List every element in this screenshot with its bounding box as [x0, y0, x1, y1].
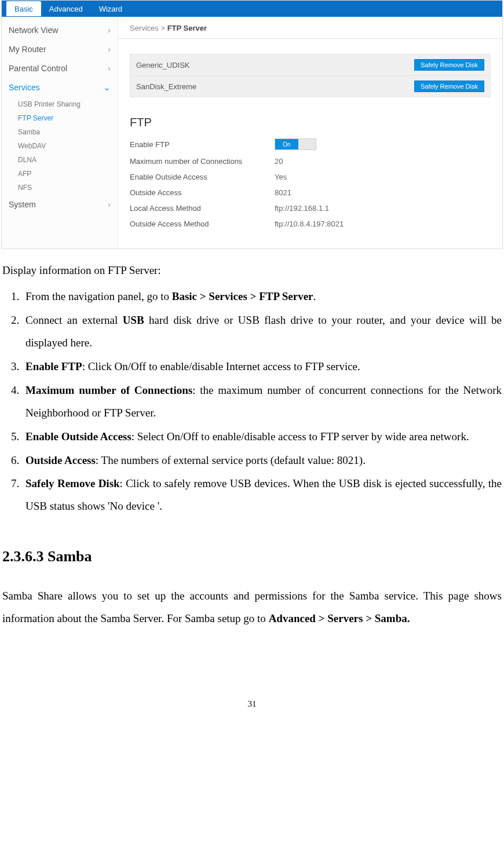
chevron-right-icon: › [108, 44, 111, 54]
subnav-nfs[interactable]: NFS [16, 181, 118, 195]
setting-value: 20 [275, 157, 283, 166]
sidebar-item-label: Services [9, 83, 40, 92]
subnav-samba[interactable]: Samba [16, 125, 118, 139]
safely-remove-disk-button[interactable]: Safely Remove Disk [414, 59, 484, 71]
content-pane: Services > FTP Server Generic_UDISK Safe… [118, 17, 502, 248]
intro-text: Display information on FTP Server: [2, 259, 502, 282]
sidebar-item-parental-control[interactable]: Parental Control› [2, 59, 118, 78]
setting-label: Enable FTP [130, 140, 275, 149]
chevron-right-icon: › [108, 63, 111, 73]
setting-row: Enable FTP On [130, 135, 491, 153]
setting-row: Outside Access8021 [130, 185, 491, 200]
toggle-off-spacer [298, 139, 316, 149]
chevron-right-icon: › [108, 25, 111, 35]
disk-row: Generic_UDISK Safely Remove Disk [130, 54, 490, 76]
page-number: 31 [1, 699, 503, 709]
list-item: Connect an external USB hard disk drive … [22, 309, 502, 354]
sidebar-item-my-router[interactable]: My Router› [2, 39, 118, 59]
sidebar: Network View› My Router› Parental Contro… [2, 17, 118, 248]
list-item: Maximum number of Connections: the maxim… [22, 379, 502, 425]
subnav-usb-printer[interactable]: USB Printer Sharing [16, 97, 118, 111]
disk-name: SanDisk_Extreme [136, 82, 196, 91]
list-item: Safely Remove Disk: Click to safely remo… [22, 473, 502, 518]
subnav-afp[interactable]: AFP [16, 167, 118, 181]
sidebar-item-system[interactable]: System› [2, 195, 118, 214]
top-tabs: Basic Advanced Wizard [2, 1, 502, 17]
list-item: Enable FTP: Click On/Off to enable/disab… [22, 356, 502, 378]
safely-remove-disk-button[interactable]: Safely Remove Disk [414, 81, 484, 92]
toggle-on-label: On [275, 139, 298, 149]
ftp-settings: Enable FTP On Maximum number of Connecti… [118, 135, 502, 232]
setting-label: Local Access Method [130, 204, 275, 213]
sidebar-item-label: Network View [9, 25, 58, 35]
sidebar-subnav: USB Printer Sharing FTP Server Samba Web… [2, 97, 118, 195]
subnav-ftp-server[interactable]: FTP Server [16, 111, 118, 125]
list-item: Enable Outside Access: Select On/Off to … [22, 426, 502, 448]
list-item: Outside Access: The numbers of external … [22, 449, 502, 472]
disk-row: SanDisk_Extreme Safely Remove Disk [130, 76, 490, 97]
setting-value: Yes [275, 173, 287, 181]
setting-row: Maximum number of Connections20 [130, 153, 491, 169]
samba-intro: Samba Share allows you to set up the acc… [2, 585, 502, 630]
setting-label: Outside Access [130, 188, 275, 197]
subnav-webdav[interactable]: WebDAV [16, 139, 118, 153]
breadcrumb: Services > FTP Server [118, 17, 502, 39]
setting-value: 8021 [275, 188, 291, 197]
setting-value: ftp://192.168.1.1 [275, 204, 329, 213]
sidebar-item-label: System [9, 200, 36, 209]
setting-row: Enable Outside AccessYes [130, 169, 491, 185]
setting-row: Local Access Methodftp://192.168.1.1 [130, 200, 491, 216]
sidebar-item-services[interactable]: Services⌄ [2, 78, 118, 97]
setting-row: Outside Access Methodftp://10.8.4.197:80… [130, 216, 491, 232]
subnav-dlna[interactable]: DLNA [16, 153, 118, 167]
setting-label: Maximum number of Connections [130, 157, 275, 166]
breadcrumb-parent: Services > [130, 24, 167, 32]
chevron-right-icon: › [108, 199, 111, 209]
setting-value: ftp://10.8.4.197:8021 [275, 220, 344, 228]
setting-label: Outside Access Method [130, 220, 275, 228]
chevron-down-icon: ⌄ [103, 82, 111, 93]
setting-label: Enable Outside Access [130, 173, 275, 181]
disk-list: Generic_UDISK Safely Remove Disk SanDisk… [130, 54, 491, 97]
section-title: FTP [118, 108, 502, 135]
instruction-list: From the navigation panel, go to Basic >… [2, 286, 502, 518]
section-heading: 2.3.6.3 Samba [2, 541, 502, 572]
list-item: From the navigation panel, go to Basic >… [22, 286, 502, 308]
breadcrumb-current: FTP Server [167, 24, 207, 32]
enable-ftp-toggle[interactable]: On [275, 138, 316, 150]
disk-name: Generic_UDISK [136, 61, 189, 70]
tab-basic[interactable]: Basic [6, 1, 41, 16]
router-ui-screenshot: Basic Advanced Wizard Network View› My R… [1, 0, 503, 249]
tab-advanced[interactable]: Advanced [41, 1, 91, 16]
document-body: Display information on FTP Server: From … [1, 259, 503, 630]
sidebar-item-label: Parental Control [9, 64, 67, 73]
sidebar-item-network-view[interactable]: Network View› [2, 20, 118, 39]
tab-wizard[interactable]: Wizard [91, 1, 130, 16]
sidebar-item-label: My Router [9, 45, 46, 54]
